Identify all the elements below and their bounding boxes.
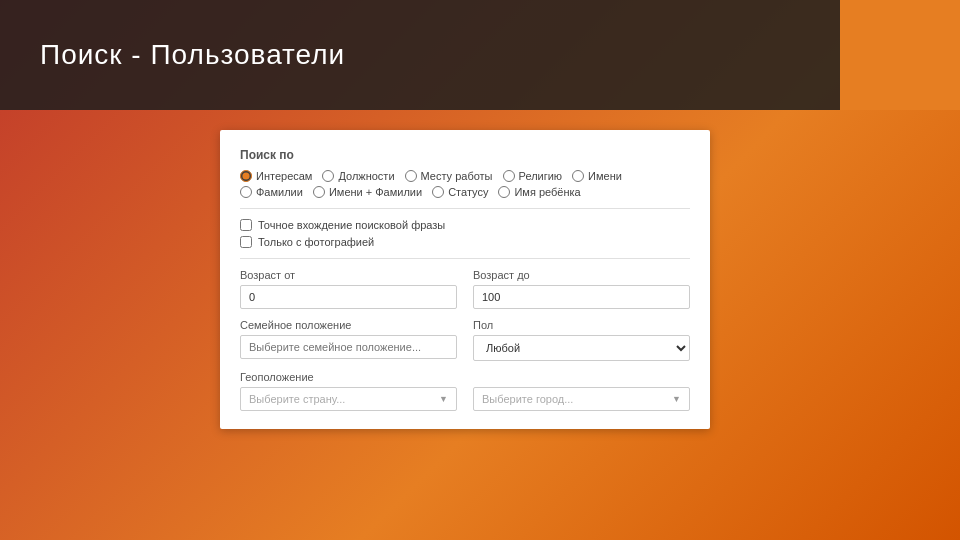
radio-surname[interactable]: Фамилии <box>240 186 303 198</box>
radio-surname-input[interactable] <box>240 186 252 198</box>
gender-select[interactable]: Любой Мужской Женский <box>473 335 690 361</box>
marital-group: Семейное положение <box>240 319 457 361</box>
radio-position-input[interactable] <box>322 170 334 182</box>
search-form: Поиск по Интересам Должности Месту работ… <box>220 130 710 429</box>
radio-child-name-input[interactable] <box>498 186 510 198</box>
radio-status[interactable]: Статусу <box>432 186 488 198</box>
with-photo-checkbox[interactable]: Только с фотографией <box>240 236 690 248</box>
radio-status-input[interactable] <box>432 186 444 198</box>
geo-label: Геоположение <box>240 371 690 383</box>
marital-gender-row: Семейное положение Пол Любой Мужской Жен… <box>240 319 690 361</box>
age-from-group: Возраст от <box>240 269 457 309</box>
gender-group: Пол Любой Мужской Женский <box>473 319 690 361</box>
city-arrow-icon: ▼ <box>672 394 681 404</box>
with-photo-input[interactable] <box>240 236 252 248</box>
gender-label: Пол <box>473 319 690 331</box>
age-to-group: Возраст до <box>473 269 690 309</box>
marital-label: Семейное положение <box>240 319 457 331</box>
radio-name[interactable]: Имени <box>572 170 622 182</box>
radio-name-input[interactable] <box>572 170 584 182</box>
divider-1 <box>240 208 690 209</box>
age-from-label: Возраст от <box>240 269 457 281</box>
page-title: Поиск - Пользователи <box>40 39 345 71</box>
radio-interests-input[interactable] <box>240 170 252 182</box>
city-dropdown[interactable]: Выберите город... ▼ <box>473 387 690 411</box>
exact-match-input[interactable] <box>240 219 252 231</box>
radio-full-name-input[interactable] <box>313 186 325 198</box>
age-to-label: Возраст до <box>473 269 690 281</box>
radio-child-name[interactable]: Имя ребёнка <box>498 186 580 198</box>
search-radio-group: Интересам Должности Месту работы Религию… <box>240 170 690 182</box>
age-from-input[interactable] <box>240 285 457 309</box>
country-placeholder: Выберите страну... <box>249 393 345 405</box>
city-placeholder: Выберите город... <box>482 393 573 405</box>
age-to-input[interactable] <box>473 285 690 309</box>
radio-workplace[interactable]: Месту работы <box>405 170 493 182</box>
search-by-label: Поиск по <box>240 148 690 162</box>
exact-match-checkbox[interactable]: Точное вхождение поисковой фразы <box>240 219 690 231</box>
divider-2 <box>240 258 690 259</box>
orange-accent <box>840 0 960 110</box>
radio-interests[interactable]: Интересам <box>240 170 312 182</box>
radio-workplace-input[interactable] <box>405 170 417 182</box>
marital-input[interactable] <box>240 335 457 359</box>
country-arrow-icon: ▼ <box>439 394 448 404</box>
search-radio-group-2: Фамилии Имени + Фамилии Статусу Имя ребё… <box>240 186 690 198</box>
radio-religion[interactable]: Религию <box>503 170 563 182</box>
city-group: Выберите город... ▼ <box>473 387 690 411</box>
radio-position[interactable]: Должности <box>322 170 394 182</box>
radio-religion-input[interactable] <box>503 170 515 182</box>
geo-row: Выберите страну... ▼ Выберите город... ▼ <box>240 387 690 411</box>
country-dropdown[interactable]: Выберите страну... ▼ <box>240 387 457 411</box>
top-bar: Поиск - Пользователи <box>0 0 840 110</box>
country-group: Выберите страну... ▼ <box>240 387 457 411</box>
radio-full-name[interactable]: Имени + Фамилии <box>313 186 422 198</box>
age-row: Возраст от Возраст до <box>240 269 690 309</box>
